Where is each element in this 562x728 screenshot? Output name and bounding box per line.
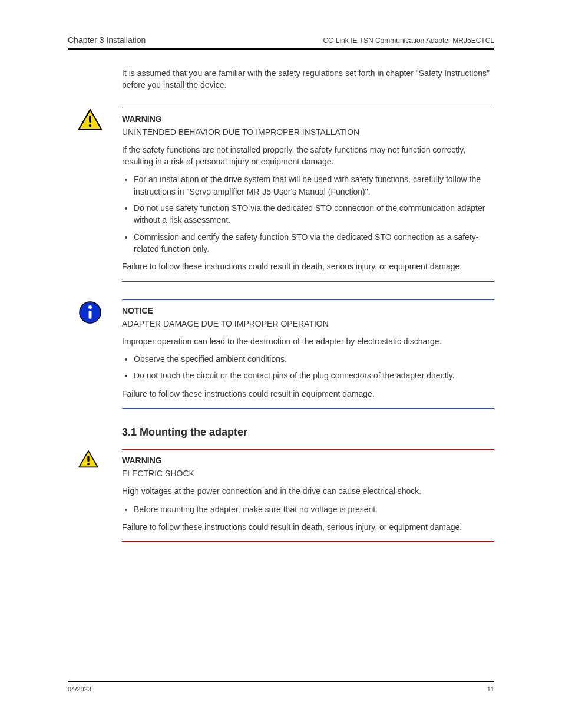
intro-paragraph: It is assumed that you are familiar with…	[122, 67, 494, 91]
warning-bullets: Before mounting the adapter, make sure t…	[134, 503, 494, 515]
warning-icon	[78, 450, 122, 468]
divider-red-bottom	[122, 541, 494, 542]
svg-rect-7	[87, 456, 89, 462]
warning-body: If the safety functions are not installe…	[122, 144, 494, 168]
warning-subtitle: UNINTENDED BEHAVIOR DUE TO IMPROPER INST…	[122, 126, 494, 138]
section-heading-mounting: 3.1 Mounting the adapter	[122, 426, 494, 439]
warning-subtitle: ELECTRIC SHOCK	[122, 467, 494, 479]
divider-blue-top	[122, 299, 494, 300]
page-header: Chapter 3 Installation CC-Link IE TSN Co…	[68, 35, 494, 50]
bullet-item: Commission and certify the safety functi…	[134, 231, 494, 255]
svg-point-8	[87, 463, 90, 465]
notice-icon	[78, 301, 122, 324]
warning-bullets: For an installation of the drive system …	[134, 173, 494, 255]
bullet-item: Before mounting the adapter, make sure t…	[134, 503, 494, 515]
divider-red-top	[122, 449, 494, 450]
svg-rect-1	[89, 116, 91, 123]
document-title: CC-Link IE TSN Communication Adapter MRJ…	[323, 37, 494, 45]
bullet-item: Do not touch the circuit or the contact …	[134, 370, 494, 381]
notice-block: NOTICE ADAPTER DAMAGE DUE TO IMPROPER OP…	[68, 299, 494, 409]
divider-red-bottom	[122, 281, 494, 282]
warning-body: High voltages at the power connection an…	[122, 485, 494, 497]
page-footer: 04/2023 11	[68, 681, 494, 693]
warning-block-2: WARNING ELECTRIC SHOCK High voltages at …	[68, 449, 494, 542]
footer-page-number: 11	[487, 686, 494, 693]
notice-bullets: Observe the specified ambient conditions…	[134, 353, 494, 382]
notice-label: NOTICE	[122, 306, 494, 315]
warning-footer: Failure to follow these instructions cou…	[122, 261, 494, 272]
svg-point-2	[89, 124, 92, 127]
footer-date: 04/2023	[68, 686, 91, 693]
divider-red-top	[122, 108, 494, 108]
chapter-title: Chapter 3 Installation	[68, 35, 146, 45]
svg-rect-4	[89, 311, 92, 319]
bullet-item: For an installation of the drive system …	[134, 173, 494, 197]
warning-block-1: WARNING UNINTENDED BEHAVIOR DUE TO IMPRO…	[68, 108, 494, 282]
warning-icon	[78, 109, 122, 130]
warning-label: WARNING	[122, 114, 494, 124]
svg-point-5	[88, 305, 92, 309]
warning-label: WARNING	[122, 456, 494, 465]
divider-blue-bottom	[122, 408, 494, 409]
bullet-item: Observe the specified ambient conditions…	[134, 353, 494, 365]
notice-body: Improper operation can lead to the destr…	[122, 335, 494, 347]
notice-subtitle: ADAPTER DAMAGE DUE TO IMPROPER OPERATION	[122, 318, 494, 330]
bullet-item: Do not use safety function STO via the d…	[134, 202, 494, 226]
warning-footer: Failure to follow these instructions cou…	[122, 521, 494, 533]
notice-footer: Failure to follow these instructions cou…	[122, 388, 494, 400]
